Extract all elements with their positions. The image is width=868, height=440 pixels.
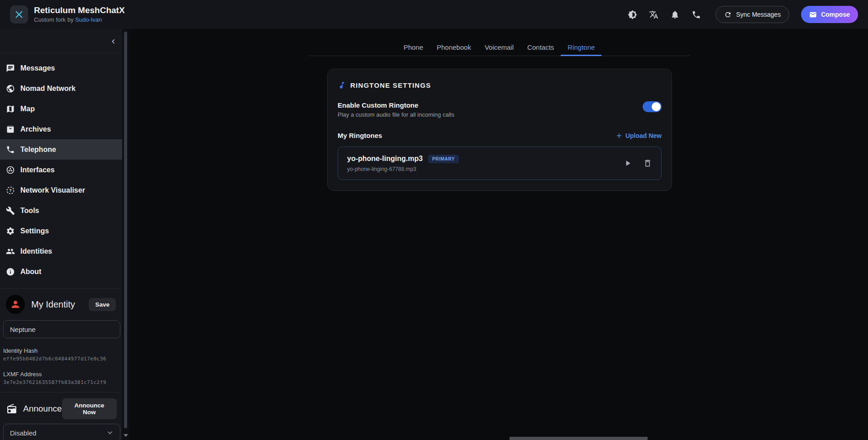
sidebar-item-settings[interactable]: Settings	[0, 221, 122, 241]
lxmf-address-block: LXMF Address 3e7e2e37621635587fb83a381c7…	[3, 371, 122, 385]
my-ringtones-row: My Ringtones Upload New	[338, 132, 662, 139]
radio-icon	[6, 403, 17, 414]
sidebar-item-identities[interactable]: Identities	[0, 241, 122, 261]
card-header: RINGTONE SETTINGS	[338, 81, 662, 90]
identity-hash-block: Identity Hash effe95b0482d7b6c04844977d1…	[3, 347, 122, 362]
globe-icon	[6, 84, 15, 93]
toggle-knob	[652, 102, 661, 111]
gear-icon	[6, 227, 15, 236]
app-title: Reticulum MeshChatX	[34, 5, 125, 15]
person-icon	[10, 299, 21, 310]
plus-icon	[616, 132, 622, 139]
x-logo-icon	[14, 9, 24, 19]
sidebar-item-messages[interactable]: Messages	[0, 58, 122, 78]
wrench-icon	[6, 206, 15, 215]
app-title-block: Reticulum MeshChatX Custom fork by Sudo-…	[34, 5, 125, 24]
author-link[interactable]: Sudo-Ivan	[75, 16, 102, 23]
ringtone-filename: yo-phone-linging-67788.mp3	[347, 166, 459, 172]
sidebar-item-map[interactable]: Map	[0, 99, 122, 119]
sync-messages-button[interactable]: Sync Messages	[715, 6, 789, 23]
lxmf-address-label: LXMF Address	[3, 371, 122, 378]
ringtone-settings-card: RINGTONE SETTINGS Enable Custom Ringtone…	[327, 69, 672, 191]
identity-hash-value: effe95b0482d7b6c04844977d17e0c36	[3, 356, 122, 362]
sidebar-nav: Messages Nomad Network Map Archives Tele…	[0, 53, 122, 282]
avatar	[6, 295, 25, 314]
enable-custom-ringtone-toggle[interactable]	[643, 101, 662, 112]
sidebar-item-interfaces[interactable]: Interfaces	[0, 160, 122, 180]
chat-icon	[6, 64, 15, 73]
app-subtitle: Custom fork by Sudo-Ivan	[34, 16, 125, 24]
chevron-down-icon	[106, 429, 114, 436]
announce-interval-select[interactable]: Disabled	[3, 424, 120, 440]
my-identity-title: My Identity	[31, 299, 75, 310]
sidebar-scrollbar-thumb[interactable]	[124, 32, 127, 428]
sidebar-item-network-visualiser[interactable]: ? Network Visualiser	[0, 180, 122, 200]
notifications-bell-icon[interactable]	[670, 10, 680, 19]
sidebar-item-tools[interactable]: Tools	[0, 200, 122, 221]
my-ringtones-label: My Ringtones	[338, 132, 382, 139]
sidebar: ‹ Messages Nomad Network Map Archives	[0, 29, 122, 440]
announce-interval-value: Disabled	[10, 429, 36, 437]
enable-custom-ringtone-label: Enable Custom Ringtone	[338, 101, 454, 109]
map-icon	[6, 104, 15, 114]
sidebar-scrollbar[interactable]	[122, 29, 129, 440]
upload-new-link[interactable]: Upload New	[616, 132, 662, 139]
primary-badge: PRIMARY	[428, 155, 459, 163]
sidebar-item-nomad-network[interactable]: Nomad Network	[0, 78, 122, 99]
archive-icon	[6, 125, 15, 134]
info-icon	[6, 267, 15, 276]
network-visualiser-icon: ?	[6, 186, 15, 195]
horizontal-scrollbar-thumb[interactable]	[510, 437, 648, 440]
phone-icon[interactable]	[692, 10, 701, 19]
identity-name-input[interactable]	[3, 320, 120, 338]
telephone-tabbar: Phone Phonebook Voicemail Contacts Ringt…	[308, 40, 690, 56]
tab-voicemail[interactable]: Voicemail	[478, 40, 520, 56]
card-title: RINGTONE SETTINGS	[350, 81, 431, 89]
sidebar-item-archives[interactable]: Archives	[0, 119, 122, 139]
translate-icon[interactable]	[649, 10, 658, 19]
enable-custom-ringtone-description: Play a custom audio file for all incomin…	[338, 111, 454, 118]
scrollbar-down-arrow-icon[interactable]	[124, 434, 128, 437]
header: Reticulum MeshChatX Custom fork by Sudo-…	[0, 0, 868, 29]
refresh-icon	[724, 11, 732, 19]
interfaces-icon	[6, 166, 15, 175]
music-note-icon	[338, 81, 346, 90]
collapse-sidebar-icon[interactable]: ‹	[112, 35, 115, 47]
lxmf-address-value: 3e7e2e37621635587fb83a381c71c2f9	[3, 379, 122, 385]
telephone-icon	[6, 145, 15, 154]
ringtone-name: yo-phone-linging.mp3	[347, 155, 423, 163]
sidebar-item-about[interactable]: About	[0, 261, 122, 282]
theme-icon[interactable]	[628, 10, 637, 19]
svg-text:?: ?	[9, 188, 12, 193]
announce-now-button[interactable]: Announce Now	[62, 398, 117, 419]
identity-hash-label: Identity Hash	[3, 347, 122, 354]
tab-phonebook[interactable]: Phonebook	[430, 40, 478, 56]
tab-ringtone[interactable]: Ringtone	[561, 40, 601, 56]
people-icon	[6, 247, 15, 256]
enable-custom-ringtone-row: Enable Custom Ringtone Play a custom aud…	[338, 101, 662, 118]
app-logo[interactable]	[10, 5, 28, 24]
trash-icon[interactable]	[643, 159, 652, 168]
sidebar-collapse-row: ‹	[0, 29, 122, 53]
mail-icon	[809, 11, 817, 19]
play-icon[interactable]	[623, 159, 632, 168]
save-button[interactable]: Save	[89, 298, 116, 311]
tab-phone[interactable]: Phone	[397, 40, 430, 56]
sidebar-item-telephone[interactable]: Telephone	[0, 139, 122, 160]
my-identity-section: My Identity Save	[0, 289, 122, 314]
ringtone-list-item: yo-phone-linging.mp3 PRIMARY yo-phone-li…	[338, 147, 662, 180]
tab-contacts[interactable]: Contacts	[520, 40, 561, 56]
announce-section: Announce Announce Now	[0, 393, 122, 419]
compose-button[interactable]: Compose	[801, 6, 858, 23]
announce-title: Announce	[23, 404, 62, 414]
